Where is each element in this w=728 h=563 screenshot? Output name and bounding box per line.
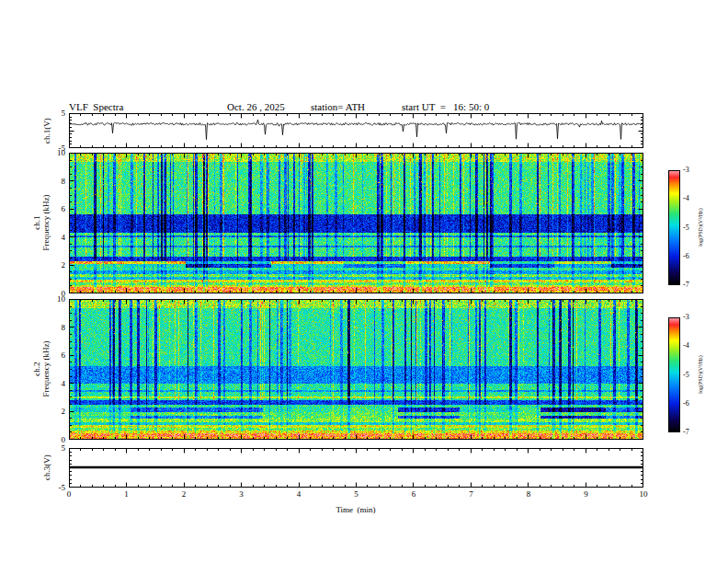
colorbar-tick-label: -5 [683,372,689,379]
ch2-frequency-axis-label-line2: Frequency (kHz) [41,340,51,396]
freq-tick-label: 4 [62,233,66,241]
colorbar-tick-label: -4 [683,342,689,350]
colorbar-tick-label: -7 [683,429,689,436]
x-tick-label: 1 [124,490,129,499]
ch1-voltage-axis-label: ch.1(V) [42,118,51,144]
volt-tick-label: 5 [62,109,66,118]
colorbar-tick-label: -3 [683,314,689,321]
colorbar-tick-label: -5 [683,224,689,232]
x-tick-label: 10 [640,490,648,499]
x-tick-label: 6 [412,490,416,499]
ch3-waveform-canvas [69,448,643,488]
freq-tick-label: 6 [62,351,66,360]
vlf-spectra-figure: VLF Spectra Oct. 26 , 2025 station= ATH … [0,0,728,563]
plot-date: Oct. 26 , 2025 [227,101,285,112]
ch1-waveform-canvas [69,113,643,148]
x-tick-label: 9 [584,490,588,499]
volt-tick-label: 5 [62,444,66,453]
colorbar-tick-label: -4 [683,195,689,202]
colorbar-tick-label: -6 [683,400,689,408]
volt-tick-label: -5 [59,144,66,153]
ch3-voltage-axis-label: ch.3(V) [42,454,51,480]
ch1-frequency-axis-label: ch.1 Frequency (kHz) [32,194,51,250]
colorbar2-axis-label: log(PSD)(V²/Hz) [698,355,704,393]
x-tick-label: 7 [469,490,473,499]
ch2-frequency-axis-label: ch.2 Frequency (kHz) [32,340,51,396]
x-tick-label: 5 [354,490,358,499]
freq-tick-label: 8 [62,323,66,331]
x-tick-label: 3 [239,490,244,499]
volt-tick-label: -5 [59,484,66,492]
x-tick-label: 0 [67,490,72,499]
ch1-frequency-axis-label-line1: ch.1 [32,194,41,250]
plot-title: VLF Spectra [69,101,123,112]
colorbar2-canvas [668,317,680,432]
colorbar1-canvas [668,170,680,285]
ch1-spectrogram-canvas [69,153,643,293]
time-axis-label: Time (min) [336,505,375,514]
ch1-frequency-axis-label-line2: Frequency (kHz) [41,194,51,250]
colorbar-tick-label: -6 [683,253,689,260]
plot-start-ut: start UT = 16: 50: 0 [402,101,489,112]
freq-tick-label: 2 [62,408,66,416]
freq-tick-label: 8 [62,177,66,185]
x-tick-label: 2 [182,490,187,499]
colorbar1-axis-label: log(PSD)(V²/Hz) [698,208,704,246]
freq-tick-label: 6 [62,205,66,213]
colorbar-tick-label: -3 [683,167,689,174]
x-tick-label: 4 [297,490,301,499]
ch2-spectrogram-canvas [69,299,643,440]
colorbar-tick-label: -7 [683,282,689,289]
freq-tick-label: 4 [62,379,66,387]
freq-tick-label: 10 [57,295,65,304]
plot-station: station= ATH [311,101,365,112]
freq-tick-label: 2 [62,261,66,270]
ch2-frequency-axis-label-line1: ch.2 [32,340,41,396]
x-tick-label: 8 [527,490,531,499]
